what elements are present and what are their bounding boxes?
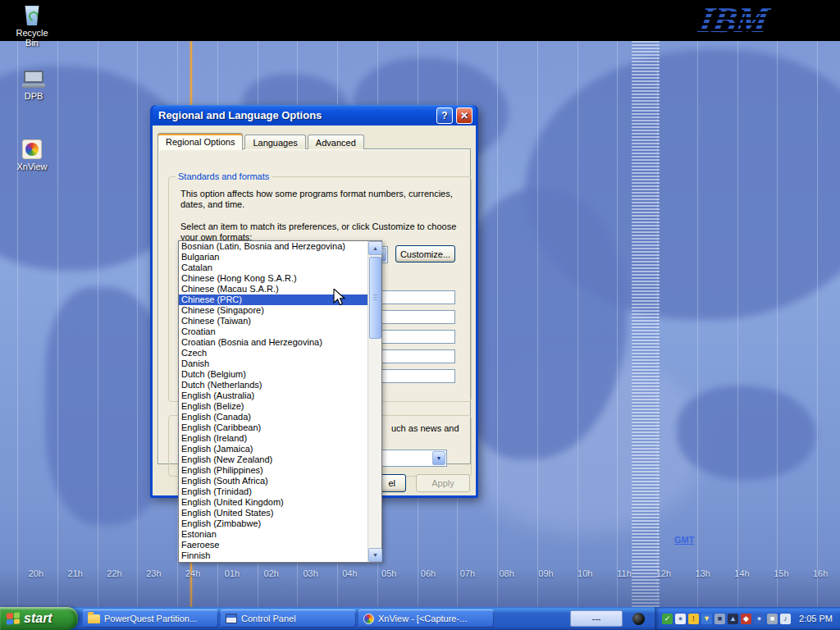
language-option[interactable]: Faeroese [179, 540, 368, 550]
taskbar-clock: 2:05 PM [799, 614, 833, 623]
language-option[interactable]: English (Caribbean) [179, 422, 368, 433]
timezone-label: 13h [683, 568, 723, 578]
group-title: Standards and formats [176, 171, 272, 181]
desktop-icon-dpb[interactable]: DPB [12, 71, 55, 101]
language-dropdown-list: Bosnian (Latin, Bosnia and Herzegovina)B… [178, 240, 382, 563]
timezone-label: 15h [761, 568, 801, 578]
tray-icon-8[interactable]: ● [754, 614, 765, 624]
timezone-label: 10h [565, 568, 605, 578]
location-text-fragment: uch as news and [391, 423, 459, 433]
language-option[interactable]: English (South Africa) [179, 476, 368, 486]
language-option[interactable]: Czech [179, 348, 368, 358]
scroll-down-button[interactable] [368, 548, 382, 562]
language-option[interactable]: Bosnian (Latin, Bosnia and Herzegovina) [179, 241, 368, 252]
icon-label: Recycle Bin [11, 28, 53, 48]
recycle-bin-icon [24, 4, 40, 25]
language-option[interactable]: English (Ireland) [179, 433, 368, 444]
tray-icon-7[interactable]: ◆ [741, 614, 751, 624]
timezone-label: 21h [56, 568, 95, 578]
language-option[interactable]: English (Trinidad) [179, 486, 368, 497]
timezone-label: 23h [134, 568, 173, 578]
language-option[interactable]: Dutch (Belgium) [179, 369, 368, 380]
timezone-label: 24h [173, 568, 212, 578]
language-option[interactable]: Chinese (Taiwan) [179, 316, 368, 326]
ibm-logo-text: IBM [697, 2, 771, 39]
apply-button[interactable]: Apply [416, 474, 470, 492]
tray-icon-6[interactable]: ▲ [728, 614, 738, 624]
customize-button[interactable]: Customize... [395, 245, 455, 262]
language-option[interactable]: Dutch (Netherlands) [179, 380, 368, 390]
timezone-label: 01h [212, 568, 252, 578]
desktop-icon-recycle-bin[interactable]: Recycle Bin [11, 4, 53, 48]
timezone-label: 09h [527, 568, 566, 578]
start-label: start [24, 611, 52, 626]
dialog-title: Regional and Language Options [158, 109, 433, 121]
control-panel-icon [226, 614, 237, 623]
ibm-logo: IBM [700, 2, 768, 39]
top-bar: Recycle Bin IBM [0, 0, 840, 41]
timezone-label: 16h [801, 568, 840, 578]
language-option[interactable]: English (New Zealand) [179, 454, 368, 465]
laptop-icon [22, 71, 45, 89]
task-buttons: PowerQuest Partition...Control PanelXnVi… [83, 609, 494, 628]
language-option[interactable]: Croatian [179, 326, 368, 337]
tray-icons: ✓●!▼■▲◆●■♪ [662, 614, 791, 624]
task-label: Control Panel [241, 614, 296, 623]
language-option[interactable]: English (Philippines) [179, 465, 368, 476]
tab-languages[interactable]: Languages [244, 135, 305, 149]
timezone-label: 14h [723, 568, 762, 578]
timezone-label: 22h [95, 568, 135, 578]
scrollbar[interactable] [368, 241, 381, 562]
scroll-up-button[interactable] [368, 241, 382, 255]
dialog-titlebar[interactable]: Regional and Language Options ? ✕ [153, 105, 476, 126]
chevron-down-icon[interactable] [432, 451, 445, 465]
taskbar-task-button[interactable]: Control Panel [221, 609, 356, 628]
help-button[interactable]: ? [436, 107, 453, 124]
language-option[interactable]: Croatian (Bosnia and Herzegovina) [179, 337, 368, 348]
taskbar-task-button[interactable]: PowerQuest Partition... [83, 609, 218, 628]
folder-icon [88, 614, 100, 623]
language-option[interactable]: English (Jamaica) [179, 444, 368, 454]
timezone-label: 06h [409, 568, 448, 578]
close-button[interactable]: ✕ [456, 107, 472, 124]
language-option[interactable]: Catalan [179, 262, 368, 273]
language-option[interactable]: Finnish [179, 550, 368, 561]
language-option[interactable]: Estonian [179, 529, 368, 540]
desktop-icon-xnview[interactable]: XnView [11, 139, 53, 171]
tray-icon-5[interactable]: ■ [714, 614, 725, 624]
hatched-timezone-strip [632, 41, 660, 607]
tray-icon-1[interactable]: ✓ [662, 614, 673, 624]
tray-icon-4[interactable]: ▼ [701, 614, 712, 624]
language-option[interactable]: Bulgarian [179, 252, 368, 262]
tray-icon-2[interactable]: ● [675, 614, 686, 624]
language-option[interactable]: English (United States) [179, 508, 368, 518]
xnview-icon [22, 139, 42, 159]
taskbar: start PowerQuest Partition...Control Pan… [0, 607, 840, 630]
language-option[interactable]: English (Belize) [179, 401, 368, 412]
timezone-label: 03h [291, 568, 331, 578]
timezone-label: 08h [487, 568, 527, 578]
desktop-toolbar[interactable]: --- [570, 610, 623, 627]
tray-icon-10[interactable]: ♪ [780, 614, 791, 624]
language-option[interactable]: English (Australia) [179, 390, 368, 401]
tray-icon-3[interactable]: ! [688, 614, 699, 624]
toolbar-icon[interactable] [632, 613, 645, 625]
tray-icon-9[interactable]: ■ [767, 614, 778, 624]
timezone-scale: 20h21h22h23h24h01h02h03h04h05h06h07h08h0… [16, 568, 840, 578]
language-option[interactable]: English (United Kingdom) [179, 497, 368, 508]
timezone-label: 20h [16, 568, 56, 578]
timezone-label: 07h [448, 568, 487, 578]
tab-strip: Regional Options Languages Advanced [158, 133, 366, 149]
language-option[interactable]: Danish [179, 358, 368, 369]
scrollbar-thumb[interactable] [369, 257, 381, 339]
taskbar-task-button[interactable]: XnView - [<Capture-... [358, 609, 494, 628]
language-option[interactable]: English (Canada) [179, 412, 368, 422]
language-option[interactable]: Chinese (Hong Kong S.A.R.) [179, 273, 368, 284]
timezone-label: 02h [252, 568, 291, 578]
tab-regional-options[interactable]: Regional Options [158, 133, 243, 150]
icon-label: XnView [11, 162, 53, 171]
tab-advanced[interactable]: Advanced [308, 135, 364, 149]
task-label: PowerQuest Partition... [104, 614, 197, 623]
language-option[interactable]: English (Zimbabwe) [179, 518, 368, 529]
start-button[interactable]: start [0, 607, 78, 630]
